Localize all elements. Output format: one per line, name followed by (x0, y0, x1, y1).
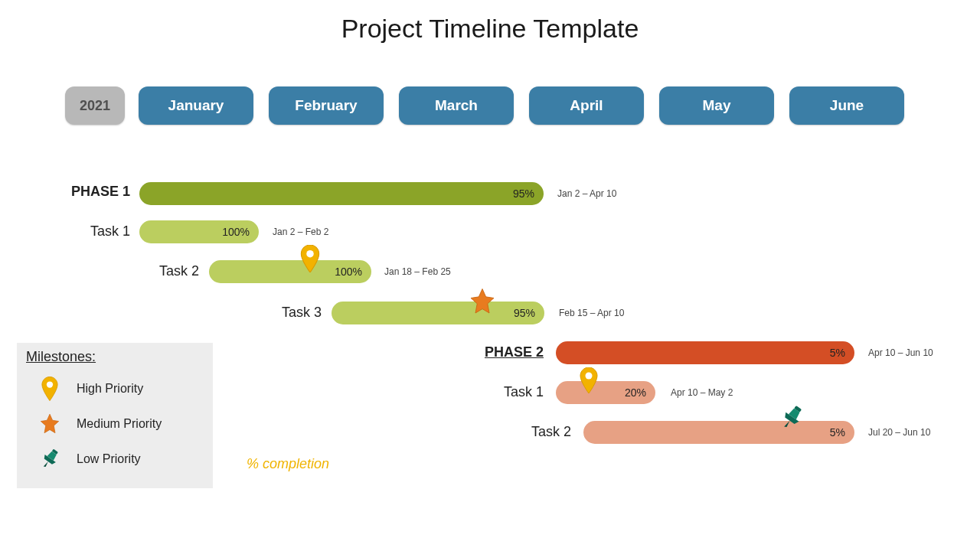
phase1-bar: 95% (139, 182, 544, 205)
task1b-label: Task 1 (433, 384, 544, 400)
phase2-dates: Apr 10 – Jun 10 (868, 347, 933, 358)
pushpin-icon (778, 404, 805, 432)
phase2-label: PHASE 2 (413, 344, 544, 360)
legend-low: Low Priority (26, 442, 204, 477)
completion-note: % completion (247, 456, 329, 472)
phase2-pct: 5% (830, 341, 845, 364)
svg-point-0 (306, 250, 314, 258)
star-icon (469, 288, 496, 315)
legend-title: Milestones: (26, 349, 204, 365)
task2b-label: Task 2 (461, 424, 571, 440)
phase1-dates: Jan 2 – Apr 10 (557, 188, 616, 199)
phase2-bar: 5% (556, 341, 854, 364)
month-march: March (399, 86, 514, 125)
task2a-pct: 100% (335, 260, 362, 283)
task3a-pct: 95% (514, 302, 535, 324)
task2b-pct: 5% (830, 421, 845, 444)
task2a-dates: Jan 18 – Feb 25 (384, 266, 451, 277)
month-february: February (269, 86, 384, 125)
page-title: Project Timeline Template (0, 14, 980, 44)
task1b-pct: 20% (625, 381, 646, 404)
task3a-dates: Feb 15 – Apr 10 (559, 308, 624, 318)
legend-high-label: High Priority (77, 382, 143, 396)
legend-high: High Priority (26, 371, 204, 406)
month-june: June (789, 86, 904, 125)
legend-medium: Medium Priority (26, 406, 204, 442)
task2b-bar: 5% (583, 421, 854, 444)
phase1-pct: 95% (513, 182, 534, 205)
svg-point-3 (47, 381, 53, 387)
task3a-label: Task 3 (214, 305, 322, 321)
pin-icon (300, 245, 320, 272)
star-icon (31, 413, 69, 435)
task1a-bar: 100% (139, 220, 259, 243)
pin-icon (31, 377, 69, 401)
phase1-label: PHASE 1 (0, 184, 130, 200)
pushpin-icon (31, 448, 69, 471)
task1b-bar: 20% (556, 381, 655, 404)
pin-icon (580, 367, 598, 393)
month-may: May (659, 86, 774, 125)
task2a-bar: 100% (209, 260, 371, 283)
task2a-label: Task 2 (100, 263, 199, 279)
task1a-dates: Jan 2 – Feb 2 (273, 227, 328, 237)
month-april: April (529, 86, 644, 125)
month-january: January (139, 86, 253, 125)
task1a-pct: 100% (222, 220, 250, 243)
legend-low-label: Low Priority (77, 452, 141, 466)
legend-medium-label: Medium Priority (77, 417, 162, 431)
year-chip: 2021 (65, 86, 125, 125)
task1b-dates: Apr 10 – May 2 (671, 387, 733, 398)
task1a-label: Task 1 (0, 223, 130, 240)
task3a-bar: 95% (332, 302, 544, 324)
svg-point-1 (586, 373, 593, 380)
legend-box: Milestones: High Priority Medium Priorit… (17, 343, 213, 488)
task2b-dates: Jul 20 – Jun 10 (868, 427, 930, 438)
